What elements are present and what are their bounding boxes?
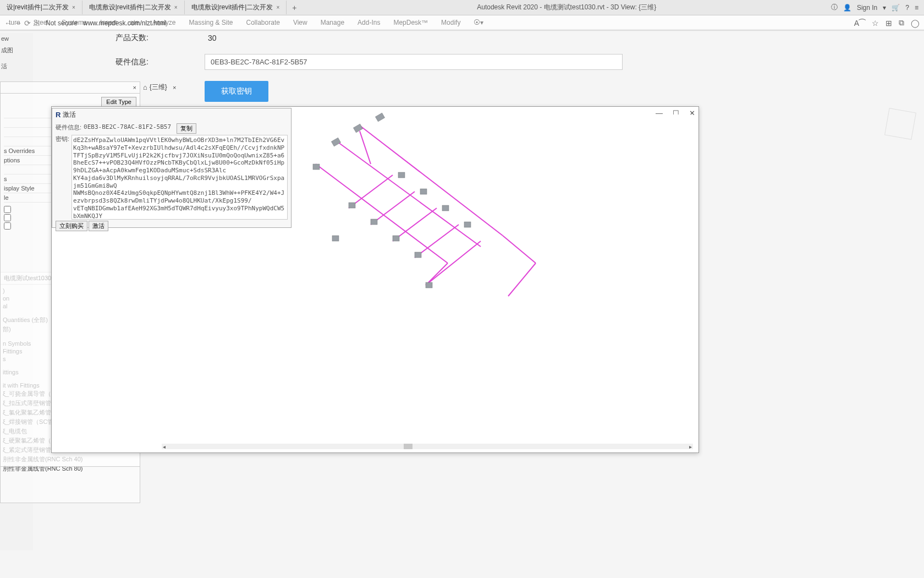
forward-icon[interactable]: → (14, 19, 22, 28)
svg-rect-13 (353, 124, 362, 133)
collections-icon[interactable]: ⧉ (899, 18, 904, 28)
svg-rect-16 (371, 219, 377, 225)
hw-label: 硬件信息: (56, 123, 81, 132)
svg-rect-15 (349, 203, 355, 208)
svg-rect-25 (426, 282, 432, 288)
url-text[interactable]: www.mepdesk.com/nlzt.html (83, 19, 166, 27)
extension-icon[interactable]: ⊞ (886, 19, 892, 28)
close-icon[interactable]: × (72, 4, 75, 10)
scroll-thumb[interactable] (404, 444, 413, 449)
svg-rect-21 (442, 205, 449, 211)
reload-icon[interactable]: ⟳ (24, 19, 31, 28)
svg-rect-23 (313, 164, 320, 170)
favorite-icon[interactable]: ☆ (872, 19, 879, 28)
tab-label: 电缆敷设|revit插件|二次开发 (191, 3, 273, 12)
new-tab-button[interactable]: + (287, 1, 302, 14)
viewcube[interactable] (884, 108, 916, 140)
product-days-label: 产品天数: (116, 33, 198, 43)
svg-rect-14 (375, 113, 384, 122)
sign-in-link[interactable]: Sign In (857, 4, 877, 12)
tab-label: 设|revit插件|二次开发 (7, 3, 69, 12)
insecure-icon: ⚠ (33, 19, 40, 28)
scroll-right-icon[interactable]: ▸ (689, 444, 692, 450)
tab-label: 电缆敷设|revit插件|二次开发 (89, 3, 171, 12)
checkbox[interactable] (4, 222, 11, 230)
dropdown-icon[interactable]: ▾ (883, 4, 886, 12)
app-title: Autodesk Revit 2020 - 电缆测试test1030.rvt -… (302, 3, 831, 12)
edit-type-button[interactable]: Edit Type (101, 97, 136, 107)
close-icon[interactable]: × (173, 84, 176, 91)
dialog-title: 激活 (63, 110, 76, 119)
horizontal-scrollbar[interactable]: ◂ ▸ (162, 444, 693, 449)
svg-line-8 (426, 241, 481, 285)
hw-value: 0EB3-BE2C-78AC-81F2-5B57 (84, 123, 171, 130)
left-item[interactable]: 活 (0, 60, 33, 73)
close-icon[interactable]: × (133, 84, 136, 91)
cart-icon[interactable]: 🛒 (892, 4, 900, 12)
product-days-value: 30 (208, 34, 217, 42)
document-tab[interactable]: ⌂ {三维} × (143, 83, 176, 92)
svg-line-11 (426, 263, 448, 285)
security-label: Not secure (46, 19, 78, 27)
svg-line-1 (360, 126, 503, 236)
svg-rect-12 (331, 138, 340, 146)
back-icon[interactable]: ← (4, 19, 12, 28)
scroll-left-icon[interactable]: ◂ (163, 444, 166, 450)
get-key-button[interactable]: 获取密钥 (205, 81, 268, 102)
svg-rect-20 (420, 189, 427, 194)
close-icon[interactable]: × (174, 4, 178, 10)
browser-tab-3[interactable]: 电缆敷设|revit插件|二次开发 × (185, 1, 287, 14)
info-icon[interactable]: ⓘ (831, 3, 838, 12)
svg-line-9 (503, 236, 536, 263)
copy-button[interactable]: 复制 (177, 123, 196, 134)
svg-rect-24 (332, 236, 339, 241)
browser-tab-1[interactable]: 设|revit插件|二次开发 × (0, 1, 82, 14)
doc-tab-label: {三维} (150, 83, 167, 92)
left-item[interactable]: ew (0, 33, 33, 44)
menu-icon[interactable]: ≡ (915, 4, 919, 12)
url-bar: ← → ⟳ ⚠ Not secure www.mepdesk.com/nlzt.… (0, 15, 924, 31)
left-item[interactable]: 成图 (0, 44, 33, 57)
checkbox[interactable] (4, 206, 11, 213)
home-icon: ⌂ (143, 83, 147, 91)
browser-tab-2[interactable]: 电缆敷设|revit插件|二次开发 × (82, 1, 185, 14)
svg-rect-22 (464, 222, 471, 227)
browser-tab-strip: 设|revit插件|二次开发 × 电缆敷设|revit插件|二次开发 × 电缆敷… (0, 0, 924, 15)
key-textarea[interactable] (72, 135, 288, 220)
svg-rect-17 (393, 236, 399, 241)
revit-icon: R (56, 111, 61, 119)
svg-rect-19 (398, 172, 405, 178)
close-icon[interactable]: × (276, 4, 279, 10)
reader-icon[interactable]: A⁀ (854, 19, 865, 28)
activation-dialog: R 激活 硬件信息: 0EB3-BE2C-78AC-81F2-5B57 复制 密… (52, 108, 292, 228)
svg-line-0 (338, 142, 481, 247)
avatar-icon[interactable]: ◯ (911, 19, 920, 28)
key-label: 密钥: (56, 135, 69, 143)
user-icon[interactable]: 👤 (843, 4, 851, 12)
hardware-input[interactable] (205, 54, 623, 70)
buy-button[interactable]: 立刻购买 (56, 221, 87, 231)
activate-button[interactable]: 激活 (89, 221, 108, 231)
svg-line-10 (508, 263, 536, 296)
svg-rect-18 (415, 252, 421, 258)
help-icon[interactable]: ? (905, 4, 909, 12)
hardware-label: 硬件信息: (116, 57, 198, 67)
checkbox[interactable] (4, 214, 11, 221)
